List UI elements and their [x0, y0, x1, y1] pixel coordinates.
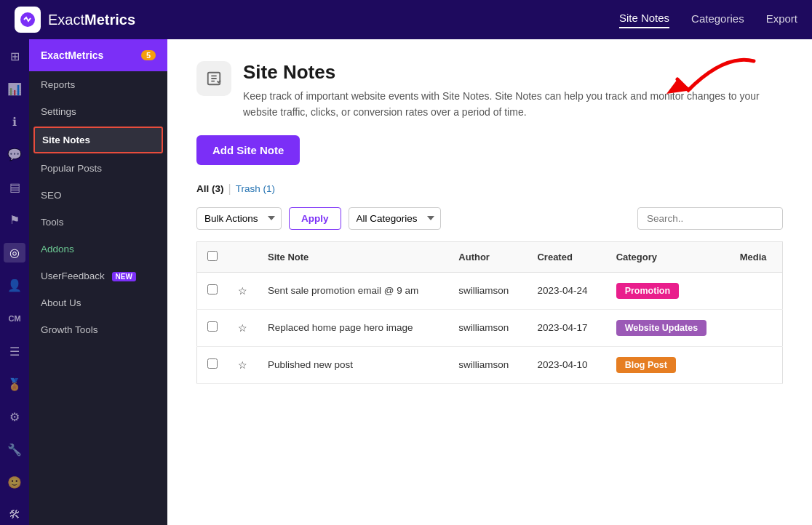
table-row: ☆ Sent sale promotion email @ 9 am swill…	[197, 272, 783, 309]
row-star-cell: ☆	[228, 346, 258, 383]
table-row: ☆ Published new post swilliamson 2023-04…	[197, 346, 783, 383]
row-created: 2023-04-10	[527, 346, 605, 383]
sidebar-icon-wrench[interactable]: 🔧	[4, 440, 25, 460]
apply-button[interactable]: Apply	[289, 207, 341, 230]
brand-name: ExactMetrics	[48, 12, 135, 28]
row-star-cell: ☆	[228, 309, 258, 346]
row-title: Sent sale promotion email @ 9 am	[258, 272, 448, 309]
sidebar-icon-tools[interactable]: 🛠	[4, 505, 25, 525]
filter-tab-all[interactable]: All (3)	[196, 183, 224, 194]
nav-link-categories[interactable]: Categories	[691, 12, 744, 28]
header-author: Author	[448, 241, 527, 272]
sidebar-icon-chat[interactable]: 💬	[4, 145, 25, 164]
table-header-row: Site Note Author Created Category Media	[197, 241, 783, 272]
row-author: swilliamson	[448, 346, 527, 383]
row-category: Promotion	[606, 272, 730, 309]
notes-table: Site Note Author Created Category Media …	[196, 241, 783, 384]
bulk-actions-select[interactable]: Bulk Actions	[196, 207, 282, 230]
filter-tab-trash[interactable]: Trash (1)	[236, 183, 275, 194]
toolbar: Bulk Actions Apply All Categories	[196, 207, 783, 230]
row-category: Blog Post	[606, 346, 730, 383]
brand-logo[interactable]: ExactMetrics	[15, 7, 135, 33]
table-row: ☆ Replaced home page hero image swilliam…	[197, 309, 783, 346]
category-badge: Website Updates	[616, 320, 707, 336]
search-input[interactable]	[637, 207, 783, 230]
category-badge: Blog Post	[616, 357, 676, 373]
menu-brand-badge: 5	[141, 50, 156, 60]
header-star	[228, 241, 258, 272]
sidebar-item-settings[interactable]: Settings	[29, 98, 167, 125]
menu-sidebar: ExactMetrics 5 Reports Settings Site Not…	[29, 39, 167, 525]
row-checkbox-cell	[197, 272, 228, 309]
header-category: Category	[606, 241, 730, 272]
new-badge: NEW	[112, 272, 136, 281]
sidebar-icon-flag[interactable]: ⚑	[4, 210, 25, 230]
row-title: Replaced home page hero image	[258, 309, 448, 346]
page-icon	[196, 61, 231, 96]
row-created: 2023-04-17	[527, 309, 605, 346]
row-checkbox[interactable]	[207, 321, 218, 332]
icon-sidebar: ⊞ 📊 ℹ 💬 ▤ ⚑ ◎ 👤 CM ☰ 🏅 ⚙ 🔧 🙂 🛠	[0, 39, 29, 525]
header-created: Created	[527, 241, 605, 272]
row-checkbox[interactable]	[207, 358, 218, 369]
sidebar-icon-cm[interactable]: CM	[4, 309, 25, 329]
sidebar-item-site-notes[interactable]: Site Notes	[33, 127, 163, 153]
sidebar-icon-badge[interactable]: 🏅	[4, 374, 25, 394]
top-navigation: ExactMetrics Site Notes Categories Expor…	[0, 0, 812, 39]
select-all-checkbox[interactable]	[207, 251, 218, 261]
main-layout: ⊞ 📊 ℹ 💬 ▤ ⚑ ◎ 👤 CM ☰ 🏅 ⚙ 🔧 🙂 🛠 ExactMetr…	[0, 39, 812, 525]
categories-select[interactable]: All Categories	[349, 207, 441, 230]
star-icon[interactable]: ☆	[238, 360, 247, 371]
sidebar-item-addons[interactable]: Addons	[29, 236, 167, 262]
row-media	[730, 346, 783, 383]
sidebar-item-reports[interactable]: Reports	[29, 71, 167, 98]
row-checkbox-cell	[197, 346, 228, 383]
top-nav-links: Site Notes Categories Export	[619, 12, 797, 28]
row-checkbox-cell	[197, 309, 228, 346]
logo-icon	[15, 7, 41, 33]
page-title: Site Notes	[243, 61, 783, 84]
sidebar-item-userfeedback[interactable]: UserFeedback NEW	[29, 262, 167, 289]
nav-link-export[interactable]: Export	[766, 12, 797, 28]
row-media	[730, 272, 783, 309]
sidebar-item-seo[interactable]: SEO	[29, 182, 167, 209]
sidebar-icon-grid[interactable]: ⊞	[4, 47, 25, 66]
sidebar-item-about-us[interactable]: About Us	[29, 289, 167, 316]
page-description: Keep track of important website events w…	[243, 88, 783, 121]
menu-brand[interactable]: ExactMetrics 5	[29, 39, 167, 71]
row-media	[730, 309, 783, 346]
row-created: 2023-04-24	[527, 272, 605, 309]
sidebar-icon-exactmetrics[interactable]: ◎	[4, 243, 25, 262]
menu-brand-name: ExactMetrics	[41, 49, 103, 61]
star-icon[interactable]: ☆	[238, 286, 247, 297]
filter-tabs: All (3) | Trash (1)	[196, 183, 783, 196]
star-icon[interactable]: ☆	[238, 323, 247, 334]
sidebar-item-tools[interactable]: Tools	[29, 209, 167, 236]
row-checkbox[interactable]	[207, 284, 218, 294]
row-title: Published new post	[258, 346, 448, 383]
add-site-note-button[interactable]: Add Site Note	[196, 135, 300, 165]
row-author: swilliamson	[448, 309, 527, 346]
category-badge: Promotion	[616, 283, 680, 299]
sidebar-icon-chart[interactable]: 📊	[4, 79, 25, 99]
sidebar-icon-layers[interactable]: ▤	[4, 177, 25, 197]
page-header: Site Notes Keep track of important websi…	[196, 61, 783, 121]
sidebar-icon-settings[interactable]: ⚙	[4, 407, 25, 427]
content-area: Site Notes Keep track of important websi…	[167, 39, 812, 525]
row-category: Website Updates	[606, 309, 730, 346]
header-site-note: Site Note	[258, 241, 448, 272]
page-header-text: Site Notes Keep track of important websi…	[243, 61, 783, 121]
row-star-cell: ☆	[228, 272, 258, 309]
sidebar-icon-list[interactable]: ☰	[4, 342, 25, 361]
sidebar-icon-user[interactable]: 👤	[4, 276, 25, 295]
nav-link-site-notes[interactable]: Site Notes	[619, 12, 669, 28]
row-author: swilliamson	[448, 272, 527, 309]
sidebar-item-growth-tools[interactable]: Growth Tools	[29, 316, 167, 343]
header-media: Media	[730, 241, 783, 272]
sidebar-icon-person[interactable]: 🙂	[4, 473, 25, 492]
sidebar-item-popular-posts[interactable]: Popular Posts	[29, 155, 167, 182]
sidebar-icon-info[interactable]: ℹ	[4, 112, 25, 132]
header-checkbox-cell	[197, 241, 228, 272]
